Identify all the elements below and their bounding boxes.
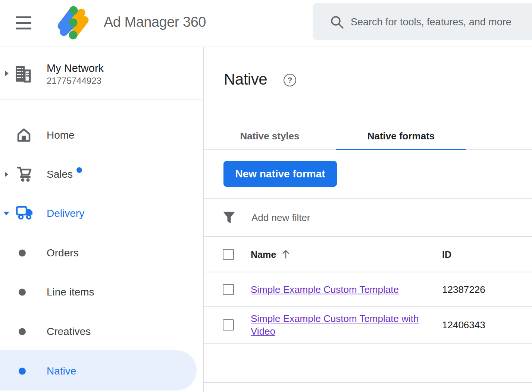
add-filter-input[interactable]: [251, 199, 431, 237]
bullet-icon: [19, 328, 26, 335]
sidebar-item-native[interactable]: Native: [0, 351, 204, 391]
sidebar: My Network 21775744923 Home Sales Delive…: [0, 47, 204, 392]
chevron-right-icon: [5, 71, 9, 76]
bullet-icon: [19, 288, 26, 295]
global-search[interactable]: [313, 3, 532, 40]
sidebar-item-label: Native: [47, 365, 76, 377]
sidebar-item-label: Creatives: [47, 326, 91, 338]
network-selector[interactable]: My Network 21775744923: [0, 47, 203, 100]
main-content: Native ? Native styles Native formats Ne…: [204, 47, 532, 392]
chevron-down-icon: [3, 212, 9, 215]
home-icon: [16, 127, 32, 142]
ad-manager-logo-icon[interactable]: [54, 4, 92, 42]
row-checkbox[interactable]: [223, 319, 234, 331]
sidebar-item-sales[interactable]: Sales: [0, 155, 204, 194]
network-name: My Network: [47, 62, 104, 75]
filter-bar[interactable]: [204, 199, 532, 237]
sidebar-item-label: Delivery: [47, 208, 84, 219]
table-header-row: Name ID: [204, 237, 532, 272]
sidebar-item-home[interactable]: Home: [0, 116, 204, 155]
column-header-id[interactable]: ID: [442, 249, 451, 260]
tab-native-formats[interactable]: Native formats: [336, 123, 466, 149]
app-header: Ad Manager 360: [0, 0, 532, 47]
new-native-format-button[interactable]: New native format: [223, 161, 337, 187]
row-checkbox[interactable]: [223, 284, 234, 295]
bullet-icon: [19, 367, 26, 374]
column-header-name[interactable]: Name: [251, 249, 290, 260]
table-section: Name ID Simple Example Custom Template 1…: [204, 198, 532, 383]
select-all-checkbox[interactable]: [223, 249, 234, 260]
sidebar-item-delivery[interactable]: Delivery: [0, 194, 204, 233]
row-id: 12387226: [442, 284, 485, 295]
empty-row: [204, 344, 532, 383]
sidebar-item-line-items[interactable]: Line items: [0, 272, 204, 312]
page-title: Native: [224, 70, 267, 88]
search-input[interactable]: [350, 3, 531, 41]
row-id: 12406343: [442, 319, 485, 331]
tab-bar: Native styles Native formats: [204, 123, 532, 150]
tab-native-styles[interactable]: Native styles: [204, 123, 336, 149]
native-format-link[interactable]: Simple Example Custom Template with Vide…: [251, 313, 419, 337]
help-icon[interactable]: ?: [284, 74, 296, 86]
chevron-right-icon: [5, 172, 8, 177]
notification-dot: [76, 167, 82, 173]
sidebar-item-label: Orders: [47, 247, 79, 259]
sidebar-item-label: Home: [47, 129, 75, 141]
bullet-icon: [19, 249, 26, 256]
sidebar-item-creatives[interactable]: Creatives: [0, 312, 204, 351]
table-row: Simple Example Custom Template 12387226: [204, 272, 532, 307]
building-icon: [14, 63, 31, 84]
filter-icon: [223, 211, 235, 224]
table-row: Simple Example Custom Template with Vide…: [204, 307, 532, 344]
truck-icon: [16, 205, 34, 221]
sidebar-item-label: Line items: [47, 286, 94, 298]
sidebar-item-label: Sales: [47, 168, 73, 180]
app-title: Ad Manager 360: [104, 14, 206, 30]
network-id: 21775744923: [47, 76, 101, 86]
native-format-link[interactable]: Simple Example Custom Template: [251, 284, 399, 295]
sort-ascending-icon: [281, 249, 290, 260]
menu-icon[interactable]: [16, 16, 31, 29]
sidebar-item-orders[interactable]: Orders: [0, 233, 204, 272]
search-icon: [330, 15, 345, 30]
cart-icon: [16, 166, 33, 182]
